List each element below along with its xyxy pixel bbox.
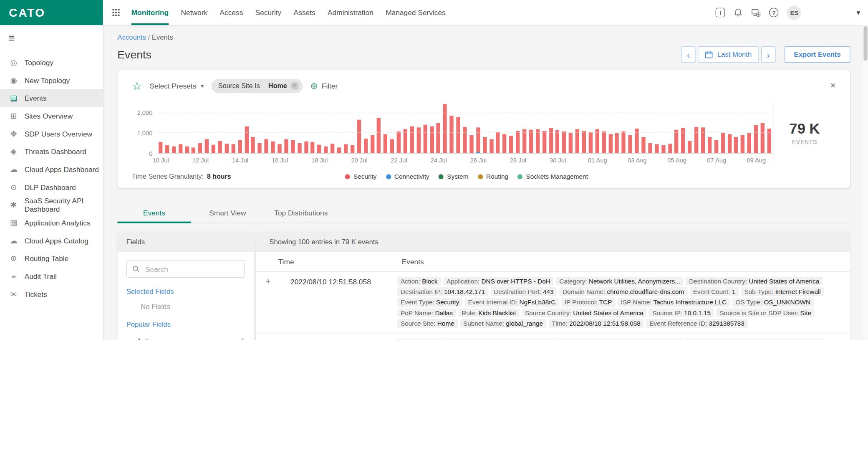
granularity-label: Time Series Granularity: bbox=[132, 172, 204, 180]
prev-period-button[interactable]: ‹ bbox=[681, 46, 696, 63]
legend-item-connectivity: Connectivity bbox=[386, 173, 429, 180]
tab-smart-view[interactable]: Smart View bbox=[191, 202, 264, 223]
chart-bar bbox=[502, 134, 506, 154]
event-tag-source-site[interactable]: Source Site: Home bbox=[397, 319, 458, 328]
sidebar-item-cloud-apps-catalog[interactable]: ☁Cloud Apps Catalog bbox=[0, 232, 103, 250]
event-tag-time[interactable]: Time: 2022/08/10 12:51:58.058 bbox=[548, 319, 644, 328]
tag-key: Destination Country: bbox=[689, 278, 747, 284]
event-tag-pop-name[interactable]: PoP Name: Dallas bbox=[397, 309, 456, 317]
alert-icon[interactable]: ! bbox=[716, 8, 725, 18]
expand-row-icon[interactable]: + bbox=[256, 277, 280, 328]
user-avatar[interactable]: ES bbox=[787, 5, 802, 20]
sidebar-item-topology[interactable]: ◎Topology bbox=[0, 53, 103, 71]
filter-chip-source-site[interactable]: Source Site Is Home × bbox=[212, 79, 303, 93]
clear-filters-close-icon[interactable]: × bbox=[830, 80, 835, 91]
preset-star-icon[interactable]: ☆ bbox=[132, 79, 142, 92]
tag-value: Block bbox=[420, 339, 438, 340]
nav-assets[interactable]: Assets bbox=[294, 0, 315, 25]
filter-chip-close-icon[interactable]: × bbox=[290, 81, 299, 90]
event-tag-domain-name[interactable]: Domain Name: chrome.cloudflare-dns.com bbox=[559, 287, 687, 296]
header-caret-down-icon[interactable]: ▾ bbox=[857, 8, 860, 17]
sidebar-item-threats-dashboard[interactable]: ◈Threats Dashboard bbox=[0, 142, 103, 160]
sidebar-item-audit-trail[interactable]: ≡Audit Trail bbox=[0, 267, 103, 285]
event-tag-os-type[interactable]: OS Type: OS_UNKNOWN bbox=[732, 298, 814, 306]
app-launcher-icon[interactable] bbox=[112, 8, 120, 17]
chart-bar bbox=[569, 133, 573, 154]
add-filter-button[interactable]: ⊕ Filter bbox=[310, 81, 338, 91]
sidebar-item-cloud-apps-dashboard[interactable]: ☁Cloud Apps Dashboard bbox=[0, 160, 103, 178]
chevron-left-icon: ‹ bbox=[687, 50, 690, 59]
tag-value: 2022/08/10 12:51:58.058 bbox=[568, 320, 641, 327]
event-tag-isp-name[interactable]: ISP Name: Tachus Infrastructure LLC bbox=[618, 298, 730, 306]
event-tag-source-ip[interactable]: Source IP: 10.0.1.15 bbox=[649, 309, 714, 317]
event-tag-event-reference-id[interactable]: Event Reference ID: 3291385783 bbox=[646, 319, 748, 328]
event-tag-application[interactable]: Application: DNS over HTTPS - DoH bbox=[443, 339, 554, 340]
event-tag-source-is-site-or-sdp-user[interactable]: Source is Site or SDP User: Site bbox=[716, 309, 815, 317]
nav-managed-services[interactable]: Managed Services bbox=[386, 0, 446, 25]
sidebar-item-application-analytics[interactable]: ▦Application Analytics bbox=[0, 214, 103, 232]
sidebar-item-events[interactable]: ▤Events bbox=[0, 89, 103, 107]
tab-events[interactable]: Events bbox=[117, 202, 191, 223]
chart-bar bbox=[423, 125, 427, 154]
tab-top-distributions[interactable]: Top Distributions bbox=[264, 202, 338, 223]
install-client-icon[interactable] bbox=[752, 8, 761, 18]
x-axis-label: 16 Jul bbox=[272, 157, 288, 164]
chevron-right-icon: › bbox=[126, 337, 132, 340]
legend-item-system: System bbox=[439, 173, 468, 180]
event-tag-destination-ip[interactable]: Destination IP: 104.18.42.171 bbox=[397, 287, 488, 296]
sidebar-item-saas-security-api-dashboard[interactable]: ✱SaaS Security API Dashboard bbox=[0, 196, 103, 214]
select-presets-dropdown[interactable]: Select Presets ▾ bbox=[150, 81, 204, 90]
nav-network[interactable]: Network bbox=[181, 0, 208, 25]
sidebar-item-dlp-dashboard[interactable]: ⊙DLP Dashboard bbox=[0, 178, 103, 196]
filter-chart-card: ☆ Select Presets ▾ Source Site Is Home ×… bbox=[117, 70, 850, 188]
event-tag-destination-country[interactable]: Destination Country: United States of Am… bbox=[686, 277, 823, 286]
event-tag-action[interactable]: Action: Block bbox=[397, 277, 441, 286]
event-tag-destination-country[interactable]: Destination Country: United States of Am… bbox=[686, 339, 823, 340]
event-tag-event-internal-id[interactable]: Event Internal ID: NgFsLb38rC bbox=[465, 298, 559, 306]
help-icon[interactable]: ? bbox=[769, 8, 779, 18]
legend-item-sockets-management: Sockets Management bbox=[518, 173, 588, 180]
menu-toggle-icon[interactable]: ≡ bbox=[0, 25, 103, 48]
tag-key: Destination Country: bbox=[689, 339, 747, 340]
sidebar-item-routing-table[interactable]: ⊛Routing Table bbox=[0, 249, 103, 267]
chart-bars bbox=[159, 100, 772, 154]
nav-access[interactable]: Access bbox=[220, 0, 243, 25]
event-tag-category[interactable]: Category: Network Utilities, Anonymizers… bbox=[556, 277, 684, 286]
fields-search-input[interactable] bbox=[144, 264, 239, 274]
nav-monitoring[interactable]: Monitoring bbox=[131, 0, 169, 25]
legend-label: Connectivity bbox=[394, 173, 429, 180]
next-period-button[interactable]: › bbox=[761, 46, 776, 63]
event-tag-category[interactable]: Category: Network Utilities, Anonymizers… bbox=[556, 339, 684, 340]
sidebar-item-new-topology[interactable]: ◉New Topology bbox=[0, 71, 103, 89]
event-tag-action[interactable]: Action: Block bbox=[397, 339, 441, 340]
nav-security[interactable]: Security bbox=[255, 0, 282, 25]
sidebar-item-sites-overview[interactable]: ⊞Sites Overview bbox=[0, 107, 103, 125]
sidebar-item-label: Routing Table bbox=[25, 254, 69, 263]
event-tag-subnet-name[interactable]: Subnet Name: global_range bbox=[460, 319, 546, 328]
nav-administration[interactable]: Administration bbox=[328, 0, 373, 25]
event-tag-source-country[interactable]: Source Country: United States of America bbox=[522, 309, 647, 317]
sidebar-item-tickets[interactable]: ✉Tickets bbox=[0, 285, 103, 303]
event-tag-event-count[interactable]: Event Count: 1 bbox=[690, 287, 739, 296]
chart-bar bbox=[238, 140, 242, 154]
scrollbar-thumb[interactable] bbox=[863, 26, 867, 61]
event-tag-rule[interactable]: Rule: Kids Blacklist bbox=[458, 309, 519, 317]
field-row-action[interactable]: ›Action5 bbox=[126, 333, 245, 340]
notifications-bell-icon[interactable] bbox=[734, 8, 743, 18]
event-tag-application[interactable]: Application: DNS over HTTPS - DoH bbox=[443, 277, 554, 286]
event-tag-ip-protocol[interactable]: IP Protocol: TCP bbox=[561, 298, 616, 306]
event-tags: Action: BlockApplication: DNS over HTTPS… bbox=[397, 339, 850, 340]
event-tag-event-type[interactable]: Event Type: Security bbox=[397, 298, 462, 306]
tag-key: Application: bbox=[447, 278, 479, 284]
event-tag-sub-type[interactable]: Sub-Type: Internet Firewall bbox=[741, 287, 824, 296]
x-axis-label: 10 Jul bbox=[153, 157, 169, 164]
sidebar-item-sdp-users-overview[interactable]: ✥SDP Users Overview bbox=[0, 125, 103, 143]
export-events-button[interactable]: Export Events bbox=[785, 46, 850, 63]
x-axis-label: 20 Jul bbox=[351, 157, 367, 164]
tag-key: Application: bbox=[447, 339, 479, 340]
date-range-button[interactable]: Last Month bbox=[698, 46, 759, 63]
routing-table-icon: ⊛ bbox=[9, 254, 18, 263]
breadcrumb-accounts-link[interactable]: Accounts bbox=[117, 33, 146, 41]
event-tag-destination-port[interactable]: Destination Port: 443 bbox=[490, 287, 557, 296]
expand-row-icon[interactable]: + bbox=[256, 339, 280, 340]
